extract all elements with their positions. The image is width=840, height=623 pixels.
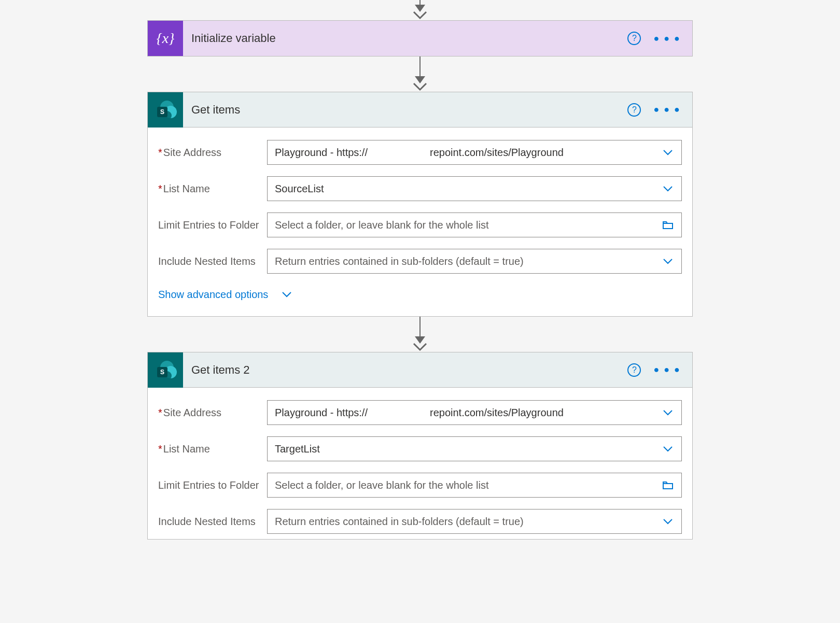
field-label: Include Nested Items [158, 256, 267, 267]
header-actions: ? ● ● ● [627, 363, 692, 377]
field-site-address: *Site Address Playground - https://repoi… [158, 400, 682, 425]
field-label: Limit Entries to Folder [158, 219, 267, 231]
sharepoint-icon: S [148, 352, 183, 388]
field-site-address: *Site Address Playground - https://repoi… [158, 140, 682, 165]
field-label: Limit Entries to Folder [158, 479, 267, 491]
card-header[interactable]: S Get items 2 ? ● ● ● [148, 352, 692, 388]
nested-items-input[interactable]: Return entries contained in sub-folders … [267, 509, 682, 534]
connector-arrow [419, 56, 421, 82]
chevron-down-icon[interactable] [662, 515, 674, 528]
field-nested-items: Include Nested Items Return entries cont… [158, 249, 682, 274]
field-label: *Site Address [158, 407, 267, 419]
field-nested-items: Include Nested Items Return entries cont… [158, 509, 682, 534]
more-icon[interactable]: ● ● ● [653, 364, 681, 375]
card-header[interactable]: S Get items ? ● ● ● [148, 92, 692, 128]
chevron-down-icon[interactable] [662, 406, 674, 419]
field-label: *List Name [158, 443, 267, 455]
show-advanced-options-link[interactable]: Show advanced options [158, 288, 682, 301]
flow-canvas: {x} Initialize variable ? ● ● ● S Get it… [0, 0, 840, 540]
help-icon[interactable]: ? [627, 363, 641, 377]
list-name-input[interactable]: SourceList [267, 176, 682, 201]
help-icon[interactable]: ? [627, 103, 641, 117]
site-address-input[interactable]: Playground - https://repoint.com/sites/P… [267, 140, 682, 165]
field-limit-folder: Limit Entries to Folder Select a folder,… [158, 473, 682, 498]
arrowhead-top [419, 10, 421, 11]
chevron-down-icon[interactable] [662, 255, 674, 267]
field-label: Include Nested Items [158, 516, 267, 528]
card-get-items-2: S Get items 2 ? ● ● ● *Site Address Play… [147, 352, 693, 540]
card-header[interactable]: {x} Initialize variable ? ● ● ● [148, 21, 692, 56]
chevron-down-icon[interactable] [662, 146, 674, 159]
field-label: *Site Address [158, 147, 267, 159]
more-icon[interactable]: ● ● ● [653, 104, 681, 115]
arrowhead-icon [413, 82, 427, 92]
card-get-items: S Get items ? ● ● ● *Site Address Playgr… [147, 92, 693, 317]
card-body: *Site Address Playground - https://repoi… [148, 388, 692, 539]
field-limit-folder: Limit Entries to Folder Select a folder,… [158, 213, 682, 237]
site-address-input[interactable]: Playground - https://repoint.com/sites/P… [267, 400, 682, 425]
list-name-input[interactable]: TargetList [267, 436, 682, 461]
chevron-down-icon [281, 288, 293, 301]
card-title: Initialize variable [183, 32, 627, 45]
arrowhead-icon [413, 343, 427, 352]
nested-items-input[interactable]: Return entries contained in sub-folders … [267, 249, 682, 274]
more-icon[interactable]: ● ● ● [653, 33, 681, 44]
variable-icon: {x} [148, 21, 183, 56]
card-title: Get items 2 [183, 363, 627, 377]
field-list-name: *List Name SourceList [158, 176, 682, 201]
limit-folder-input[interactable]: Select a folder, or leave blank for the … [267, 473, 682, 498]
connector-arrow [419, 317, 421, 343]
sharepoint-icon: S [148, 92, 183, 128]
field-label: *List Name [158, 183, 267, 195]
card-title: Get items [183, 103, 627, 117]
chevron-down-icon[interactable] [662, 182, 674, 195]
arrowhead-icon [413, 11, 427, 20]
folder-icon[interactable] [662, 479, 674, 491]
card-body: *Site Address Playground - https://repoi… [148, 128, 692, 316]
chevron-down-icon[interactable] [662, 443, 674, 455]
help-icon[interactable]: ? [627, 32, 641, 45]
field-list-name: *List Name TargetList [158, 436, 682, 461]
folder-icon[interactable] [662, 219, 674, 231]
limit-folder-input[interactable]: Select a folder, or leave blank for the … [267, 213, 682, 237]
header-actions: ? ● ● ● [627, 103, 692, 117]
header-actions: ? ● ● ● [627, 32, 692, 45]
card-initialize-variable[interactable]: {x} Initialize variable ? ● ● ● [147, 20, 693, 56]
